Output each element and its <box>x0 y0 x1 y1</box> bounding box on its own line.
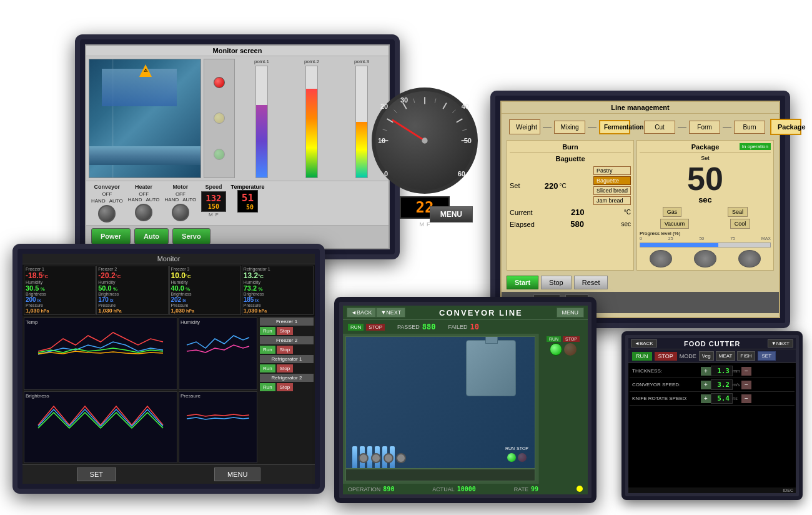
jam-bread-option[interactable]: Jam bread <box>593 196 631 205</box>
passed-value: 880 <box>422 322 436 331</box>
flow-mixing: Mixing <box>554 121 585 134</box>
veg-btn[interactable]: Veg <box>699 351 714 361</box>
ctrl-btn-3[interactable] <box>384 453 394 463</box>
pres-f1: 1,030 hPa <box>26 308 94 314</box>
brightness-chart-title: Brightness <box>26 393 176 399</box>
monitor-1-screen: Monitor screen ⚠ poin <box>85 44 390 249</box>
rate-val: 99 <box>531 486 538 492</box>
freezer1-stop-btn[interactable]: Stop <box>277 327 293 335</box>
heater-off: OFF <box>139 191 149 197</box>
monitor-5-screen: ◄BACK FOOD CUTTER ▼NEXT RUN STOP MODE Ve… <box>628 338 796 493</box>
menu-btn[interactable]: MENU <box>557 308 585 318</box>
meat-btn[interactable]: MEAT <box>716 351 736 361</box>
start-button[interactable]: Start <box>507 276 538 289</box>
status-indicator <box>577 486 583 492</box>
set-button[interactable]: SET <box>77 468 116 481</box>
pkg-sec: sec <box>640 195 771 204</box>
thickness-plus[interactable]: + <box>701 367 711 376</box>
right-stop-light <box>564 343 577 356</box>
svg-line-12 <box>462 129 467 131</box>
refrigerator2-run-btn[interactable]: Run <box>260 383 275 391</box>
pkg-seal[interactable]: Seal <box>728 207 748 217</box>
run-label: RUN <box>348 324 364 331</box>
monitor-5: ◄BACK FOOD CUTTER ▼NEXT RUN STOP MODE Ve… <box>621 331 803 500</box>
pastry-option[interactable]: Pastry <box>593 166 631 175</box>
sliced-bread-option[interactable]: Sliced bread <box>593 186 631 195</box>
motor-off: OFF <box>176 191 186 197</box>
current-label: Current <box>510 209 533 216</box>
ctrl-btn-2[interactable] <box>371 453 381 463</box>
temp-f3: 10.0°C <box>171 271 239 280</box>
refrigerator2-run-stop: Run Stop <box>260 383 314 391</box>
heater-knob[interactable] <box>135 204 152 221</box>
freezer1-run-btn[interactable]: Run <box>260 327 275 335</box>
reset-button[interactable]: Reset <box>574 276 608 289</box>
refrigerator1-run-btn[interactable]: Run <box>260 364 275 372</box>
pkg-gas[interactable]: Gas <box>663 207 682 217</box>
gauge-num-60: 60 <box>458 170 465 178</box>
chart-2-bar <box>305 66 318 178</box>
rate-key: RATE <box>514 486 528 492</box>
conveyor-minus[interactable]: − <box>741 381 751 389</box>
baguette-option[interactable]: Baguette <box>593 176 631 185</box>
right-stop-label: STOP <box>563 336 580 342</box>
temp-f1: -18.5°C <box>26 271 94 280</box>
m5-run-btn[interactable]: RUN <box>632 352 652 361</box>
pkg-vacuum[interactable]: Vacuum <box>660 219 689 229</box>
gauge-overlay: 30 40 50 60 0 10 20 22 M F MENU <box>362 88 487 238</box>
motor-knob[interactable] <box>172 204 189 221</box>
svg-line-7 <box>383 129 387 131</box>
charts-row-top: Temp Humidity <box>24 318 257 390</box>
chart-2: point.2 <box>287 59 336 178</box>
gauge-num-10: 10 <box>378 137 385 144</box>
temp-chart-title: Temp <box>26 319 176 325</box>
refrigerator1-stop-btn[interactable]: Stop <box>277 364 293 372</box>
freezer1-label: Freezer 1 <box>260 318 314 326</box>
m4-right-panel: RUN STOP <box>538 334 588 484</box>
knife-minus[interactable]: − <box>741 394 751 403</box>
pkg-cool[interactable]: Cool <box>730 219 751 229</box>
conveyor-knob[interactable] <box>98 205 116 222</box>
flow-arrow-4: — <box>678 122 686 132</box>
conveyor-speed-value: 3.2 <box>711 379 733 390</box>
m5-params: THICKNESS: + 1.3 mm − CONVEYOR SPEED: + … <box>628 363 796 488</box>
m5-set-btn[interactable]: SET <box>758 351 776 361</box>
back-btn[interactable]: ◄BACK <box>347 308 376 318</box>
auto-button[interactable]: Auto <box>134 228 169 244</box>
power-button[interactable]: Power <box>91 228 131 244</box>
bri-f3: 202 lx <box>171 296 239 303</box>
ctrl-btn-4[interactable] <box>396 453 406 463</box>
ctrl-btn-1[interactable] <box>359 453 369 463</box>
gauge-num-0: 0 <box>384 170 388 178</box>
m5-next-btn[interactable]: ▼NEXT <box>768 339 793 348</box>
flow-diagram: Weight — Mixing — Fermentation — Cut — F… <box>502 114 779 138</box>
heater-control: Heater OFF HANDAUTO <box>128 184 160 222</box>
m5-stop-btn[interactable]: STOP <box>655 352 677 361</box>
flow-burn: Burn <box>734 121 765 134</box>
gauge-num-30: 30 <box>400 96 408 104</box>
knife-plus[interactable]: + <box>701 394 711 403</box>
svg-line-5 <box>457 119 463 122</box>
next-btn[interactable]: ▼NEXT <box>376 308 405 318</box>
refrigerator2-stop-btn[interactable]: Stop <box>277 383 293 391</box>
monitor-1: Monitor screen ⚠ poin <box>75 34 400 259</box>
chart-3-label: point.3 <box>354 59 369 64</box>
conveyor-plus[interactable]: + <box>701 381 711 389</box>
temp-label: Temperature <box>231 184 265 190</box>
m4-status-row: RUN STOP PASSED 880 FAILED 10 <box>343 320 588 334</box>
refrigerator1-label: Refrigerator 1 <box>260 355 314 363</box>
actual-key: ACTUAL <box>432 486 455 492</box>
m5-back-btn[interactable]: ◄BACK <box>631 339 657 348</box>
freezer2-run-btn[interactable]: Run <box>260 346 275 354</box>
menu-button[interactable]: MENU <box>214 468 260 481</box>
servo-button[interactable]: Servo <box>172 228 210 244</box>
freezer2-stop-btn[interactable]: Stop <box>277 346 293 354</box>
package-panel: Package In operation Set 50 sec Gas Seal… <box>636 140 774 271</box>
stop-label: STOP <box>366 324 385 331</box>
robot-arm <box>466 340 516 396</box>
stop-button[interactable]: Stop <box>541 276 572 289</box>
fish-btn[interactable]: FISH <box>737 351 755 361</box>
m1-menu-button[interactable]: MENU <box>430 206 473 222</box>
thickness-minus[interactable]: − <box>741 367 751 376</box>
m4-bottom-row: OPERATION 890 ACTUAL 10000 RATE 99 <box>343 484 588 494</box>
